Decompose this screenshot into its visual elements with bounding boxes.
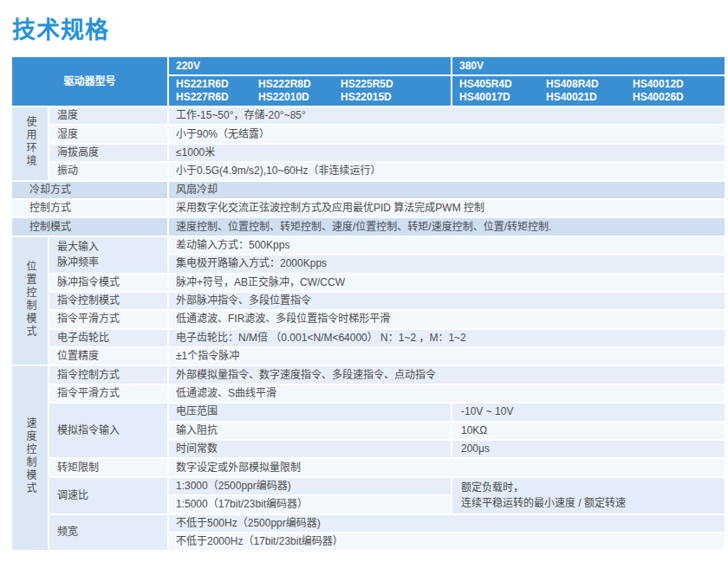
voltage-220-header: 220V [169, 57, 452, 76]
spec-label: 频宽 [49, 515, 169, 552]
spec-label: 脉冲指令模式 [49, 275, 169, 293]
spec-row-cmd-ctrl-mode: 指令控制模式 外部脉冲指令、多段位置指令 [12, 293, 726, 311]
model-number: HS222R8D [258, 78, 341, 91]
spec-value: 不低于500Hz（2500ppr编码器) [169, 515, 726, 533]
group-position: 位置控制模式 [12, 237, 49, 367]
spec-value: 采用数字化交流正弦波控制方式及应用最优PID 算法完成PWM 控制 [169, 200, 726, 218]
spec-row-precision: 位置精度 ±1个指令脉冲 [12, 348, 726, 366]
model-number: HS40017D [459, 91, 546, 104]
spec-label: 最大输入 脉冲频率 [49, 237, 169, 275]
model-number: HS405R4D [459, 78, 546, 91]
spec-value: 外部模拟量指令、数字速度指令、多段速指令、点动指令 [169, 366, 726, 384]
spec-label: 控制模式 [12, 218, 169, 236]
model-number: HS221R6D [176, 78, 258, 91]
spec-row-ratio-1: 调速比 1:3000（2500ppr编码器) 额定负载时， 连续平稳运转的最小速… [12, 478, 726, 496]
spec-row-bandwidth-1: 频宽 不低于500Hz（2500ppr编码器) [12, 515, 726, 533]
spec-note: 额定负载时， 连续平稳运转的最小速度 / 额定转速 [452, 478, 726, 515]
spec-label: 电子齿轮比 [49, 330, 169, 348]
models-380-cell: HS405R4D HS408R4D HS40012D HS40017D HS40… [452, 76, 726, 107]
spec-value: 脉冲+符号，AB正交脉冲，CW/CCW [169, 275, 726, 293]
spec-label: 冷却方式 [12, 182, 169, 200]
spec-value: -10V ~ 10V [452, 404, 726, 422]
spec-value: 小于90%（无结露） [169, 126, 726, 144]
spec-row-pulse-freq-diff: 位置控制模式 最大输入 脉冲频率 差动输入方式：500Kpps [12, 237, 726, 255]
spec-row-vibration: 振动 小于0.5G(4.9m/s2),10~60Hz（非连续运行） [12, 163, 726, 181]
spec-value: 工作-15~50°，存储-20°~85° [169, 107, 726, 126]
spec-label: 控制方式 [12, 200, 169, 218]
model-number: HS227R6D [176, 91, 258, 104]
header-voltage-row: 驱动器型号 220V 380V [12, 57, 726, 76]
spec-row-cmd-smooth: 指令平滑方式 低通滤波、FIR滤波、多段位置指令时梯形平滑 [12, 311, 726, 329]
spec-label: 指令控制方式 [49, 366, 169, 384]
group-speed: 速度控制模式 [12, 366, 49, 552]
spec-row-speed-cmd-smooth: 指令平滑方式 低通滤波、S曲线平滑 [12, 385, 726, 404]
spec-sublabel: 电压范围 [169, 404, 452, 422]
spec-row-torque-limit: 转矩限制 数字设定或外部模拟量限制 [12, 459, 726, 477]
spec-value: 电子齿轮比：N/M倍 （0.001<N/M<64000） N：1~2 ，M：1~… [169, 330, 726, 348]
models-220-cell: HS221R6D HS222R8D HS225R5D HS227R6D HS22… [169, 76, 452, 107]
spec-value: 风扇冷却 [169, 182, 726, 200]
spec-label: 指令控制模式 [49, 293, 169, 311]
spec-value: 数字设定或外部模拟量限制 [169, 459, 726, 477]
spec-value: 低通滤波、S曲线平滑 [169, 385, 726, 404]
spec-row-speed-cmd-ctrl: 速度控制模式 指令控制方式 外部模拟量指令、数字速度指令、多段速指令、点动指令 [12, 366, 726, 384]
model-number: HS40026D [633, 91, 725, 104]
voltage-380-header: 380V [452, 57, 726, 76]
spec-row-pulse-cmd-mode: 脉冲指令模式 脉冲+符号，AB正交脉冲，CW/CCW [12, 275, 726, 293]
spec-label: 模拟指令输入 [49, 404, 169, 459]
spec-value: 200μs [452, 441, 726, 459]
spec-label: 温度 [49, 107, 169, 126]
spec-label: 海拔高度 [49, 145, 169, 163]
spec-label: 调速比 [49, 478, 169, 515]
spec-label: 位置精度 [49, 348, 169, 366]
spec-label: 指令平滑方式 [49, 311, 169, 329]
spec-value: ±1个指令脉冲 [169, 348, 726, 366]
spec-value: ≤1000米 [169, 145, 726, 163]
spec-label: 振动 [49, 163, 169, 181]
model-number: HS40012D [633, 78, 725, 91]
spec-value: 10KΩ [452, 423, 726, 441]
spec-value: 外部脉冲指令、多段位置指令 [169, 293, 726, 311]
spec-row-humidity: 湿度 小于90%（无结露） [12, 126, 726, 144]
spec-row-voltage-range: 模拟指令输入 电压范围 -10V ~ 10V [12, 404, 726, 422]
spec-label: 转矩限制 [49, 459, 169, 477]
model-number: HS408R4D [546, 78, 633, 91]
spec-value: 集电极开路输入方式：2000Kpps [169, 255, 726, 274]
group-env: 使用环境 [12, 107, 49, 182]
spec-value: 差动输入方式：500Kpps [169, 237, 726, 255]
model-number: HS225R5D [341, 78, 451, 91]
spec-value: 低通滤波、FIR滤波、多段位置指令时梯形平滑 [169, 311, 726, 329]
spec-table: 驱动器型号 220V 380V HS221R6D HS222R8D HS225R… [12, 57, 726, 552]
spec-sublabel: 输入阻抗 [169, 423, 452, 441]
spec-label: 指令平滑方式 [49, 385, 169, 404]
spec-row-control-method: 控制方式 采用数字化交流正弦波控制方式及应用最优PID 算法完成PWM 控制 [12, 200, 726, 218]
model-number: HS22010D [258, 91, 341, 104]
spec-label: 湿度 [49, 126, 169, 144]
spec-value: 1:3000（2500ppr编码器) [169, 478, 452, 496]
spec-sublabel: 时间常数 [169, 441, 452, 459]
page-title: 技术规格 [12, 11, 728, 45]
spec-value: 小于0.5G(4.9m/s2),10~60Hz（非连续运行） [169, 163, 726, 181]
spec-row-cooling: 冷却方式 风扇冷却 [12, 182, 726, 200]
spec-row-temperature: 使用环境 温度 工作-15~50°，存储-20°~85° [12, 107, 726, 126]
spec-row-gear-ratio: 电子齿轮比 电子齿轮比：N/M倍 （0.001<N/M<64000） N：1~2… [12, 330, 726, 348]
driver-model-header: 驱动器型号 [12, 57, 169, 107]
spec-value: 不低于2000Hz（17bit/23bit编码器） [169, 533, 726, 552]
spec-row-altitude: 海拔高度 ≤1000米 [12, 145, 726, 163]
spec-row-control-mode: 控制模式 速度控制、位置控制、转矩控制、速度/位置控制、转矩/速度控制、位置/转… [12, 218, 726, 236]
spec-value: 1:5000（17bit/23bit编码器） [169, 496, 452, 514]
spec-value: 速度控制、位置控制、转矩控制、速度/位置控制、转矩/速度控制、位置/转矩控制. [169, 218, 726, 236]
model-number: HS22015D [341, 91, 451, 104]
model-number: HS40021D [546, 91, 633, 104]
